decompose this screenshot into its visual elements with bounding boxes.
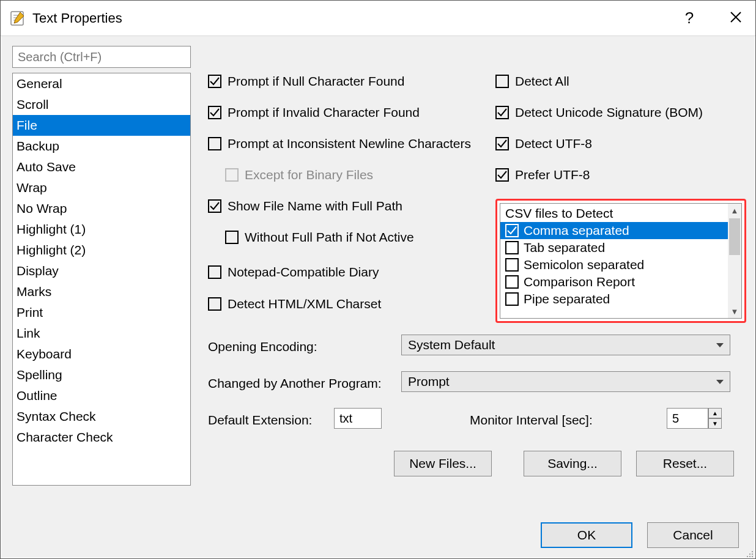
checkbox-icon: [495, 168, 509, 182]
csv-item[interactable]: Semicolon separated: [500, 256, 741, 273]
ok-button[interactable]: OK: [541, 522, 632, 548]
button-label: OK: [577, 528, 596, 542]
check-label: Prompt if Null Character Found: [228, 74, 404, 89]
category-item[interactable]: Syntax Check: [13, 406, 190, 427]
checkbox-icon: [208, 199, 221, 213]
search-input[interactable]: [12, 46, 191, 68]
help-icon[interactable]: ?: [678, 9, 700, 28]
category-item[interactable]: Auto Save: [13, 157, 190, 177]
checkbox-icon: [505, 258, 519, 272]
check-label: Prompt at Inconsistent Newline Character…: [228, 136, 471, 151]
check-label: Detect All: [515, 74, 569, 89]
csv-item[interactable]: Pipe separated: [500, 291, 741, 308]
category-item[interactable]: File: [13, 115, 190, 136]
checkbox-icon: [208, 297, 221, 311]
category-item[interactable]: Link: [13, 323, 190, 344]
combo-value: System Default: [408, 338, 495, 352]
checkbox-icon: [495, 137, 509, 150]
app-icon: [9, 10, 26, 27]
spin-up-icon[interactable]: ▲: [708, 408, 722, 418]
titlebar: Text Properties ?: [1, 1, 755, 36]
check-detect-all[interactable]: Detect All: [495, 74, 569, 89]
category-item[interactable]: General: [13, 73, 190, 94]
csv-item[interactable]: Comma separated: [500, 222, 741, 239]
checkbox-icon: [208, 75, 221, 88]
combo-opening-encoding[interactable]: System Default: [401, 335, 730, 355]
checkbox-icon: [505, 292, 519, 306]
settings-panel: Prompt if Null Character Found Prompt if…: [208, 46, 741, 486]
spin-value[interactable]: [667, 408, 708, 429]
reset-button[interactable]: Reset...: [636, 451, 734, 476]
scroll-down-icon[interactable]: ▼: [728, 305, 741, 318]
category-item[interactable]: Keyboard: [13, 344, 190, 365]
label-changed-by: Changed by Another Program:: [208, 376, 382, 391]
check-show-full-path[interactable]: Show File Name with Full Path: [208, 199, 402, 213]
checkbox-icon: [225, 231, 239, 244]
csv-item-label: Comma separated: [524, 223, 629, 238]
label-opening-encoding: Opening Encoding:: [208, 339, 317, 354]
window-title: Text Properties: [32, 10, 678, 26]
csv-item[interactable]: Tab separated: [500, 239, 741, 256]
csv-detect-list[interactable]: CSV files to Detect Comma separatedTab s…: [500, 203, 742, 319]
left-panel: GeneralScrollFileBackupAuto SaveWrapNo W…: [12, 46, 191, 486]
category-item[interactable]: Character Check: [13, 427, 190, 448]
button-label: Saving...: [547, 456, 598, 471]
category-item[interactable]: Wrap: [13, 177, 190, 198]
check-detect-charset[interactable]: Detect HTML/XML Charset: [208, 297, 381, 311]
cancel-button[interactable]: Cancel: [647, 522, 739, 548]
close-icon[interactable]: [725, 9, 747, 28]
client-area: GeneralScrollFileBackupAuto SaveWrapNo W…: [1, 36, 755, 558]
csv-title: CSV files to Detect: [500, 204, 741, 222]
svg-point-4: [752, 551, 753, 552]
scrollbar[interactable]: ▲ ▼: [728, 204, 741, 318]
combo-value: Prompt: [408, 374, 450, 389]
category-item[interactable]: Marks: [13, 281, 190, 302]
check-label: Prompt if Invalid Character Found: [228, 105, 420, 120]
category-item[interactable]: Backup: [13, 136, 190, 157]
category-item[interactable]: Outline: [13, 385, 190, 406]
check-detect-utf8[interactable]: Detect UTF-8: [495, 136, 592, 151]
check-label: Prefer UTF-8: [515, 168, 590, 182]
csv-item[interactable]: Comparison Report: [500, 273, 741, 291]
input-default-extension[interactable]: [334, 408, 382, 429]
scroll-up-icon[interactable]: ▲: [728, 204, 741, 217]
check-label: Detect UTF-8: [515, 136, 592, 151]
spin-monitor-interval[interactable]: ▲ ▼: [667, 408, 722, 429]
check-label: Except for Binary Files: [245, 168, 373, 182]
saving-button[interactable]: Saving...: [524, 451, 621, 476]
category-item[interactable]: Scroll: [13, 94, 190, 115]
check-prompt-invalid[interactable]: Prompt if Invalid Character Found: [208, 105, 420, 120]
spin-down-icon[interactable]: ▼: [708, 418, 722, 429]
check-except-binary: Except for Binary Files: [225, 168, 373, 182]
check-label: Without Full Path if Not Active: [245, 230, 414, 245]
check-label: Detect Unicode Signature (BOM): [515, 105, 703, 120]
check-detect-bom[interactable]: Detect Unicode Signature (BOM): [495, 105, 703, 120]
category-item[interactable]: Highlight (2): [13, 240, 190, 261]
svg-point-7: [747, 556, 748, 557]
check-prefer-utf8[interactable]: Prefer UTF-8: [495, 168, 590, 182]
csv-item-label: Tab separated: [524, 240, 605, 255]
checkbox-icon: [505, 275, 519, 289]
category-item[interactable]: No Wrap: [13, 198, 190, 219]
category-item[interactable]: Display: [13, 261, 190, 281]
check-without-full-path[interactable]: Without Full Path if Not Active: [225, 230, 414, 245]
check-prompt-newline[interactable]: Prompt at Inconsistent Newline Character…: [208, 136, 471, 151]
button-label: Reset...: [663, 456, 707, 471]
check-prompt-null[interactable]: Prompt if Null Character Found: [208, 74, 404, 89]
check-label: Detect HTML/XML Charset: [228, 297, 381, 311]
check-notepad-diary[interactable]: Notepad-Compatible Diary: [208, 265, 379, 280]
category-list[interactable]: GeneralScrollFileBackupAuto SaveWrapNo W…: [12, 73, 191, 486]
checkbox-icon: [495, 75, 509, 88]
check-label: Show File Name with Full Path: [228, 199, 402, 213]
scroll-thumb[interactable]: [729, 218, 740, 255]
category-item[interactable]: Highlight (1): [13, 219, 190, 240]
resize-grip-icon[interactable]: [744, 547, 754, 557]
category-item[interactable]: Spelling: [13, 365, 190, 385]
svg-point-8: [749, 556, 750, 557]
new-files-button[interactable]: New Files...: [394, 451, 492, 476]
category-item[interactable]: Print: [13, 302, 190, 323]
combo-changed-by[interactable]: Prompt: [401, 371, 730, 392]
csv-item-label: Pipe separated: [524, 292, 610, 306]
checkbox-icon: [225, 168, 239, 182]
label-monitor-interval: Monitor Interval [sec]:: [470, 413, 593, 428]
